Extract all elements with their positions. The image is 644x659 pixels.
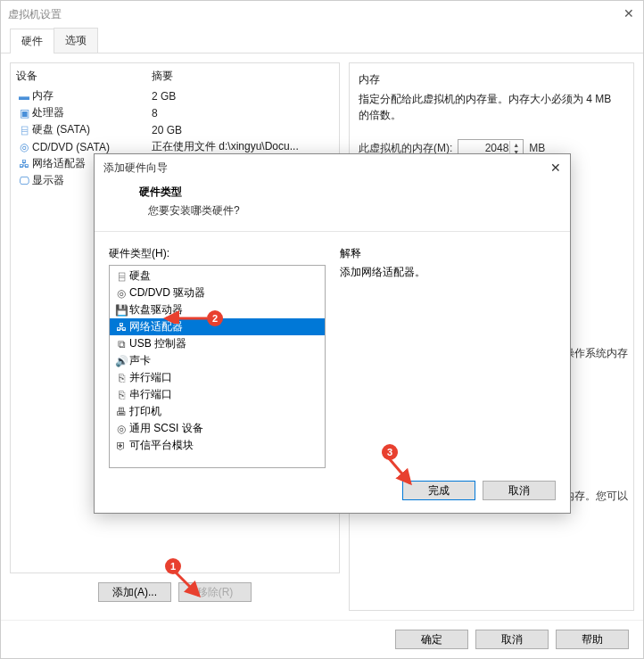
- col-summary: 摘要: [152, 69, 173, 84]
- dialog-close-icon[interactable]: ✕: [550, 161, 561, 175]
- dialog-cancel-button[interactable]: 取消: [483, 481, 556, 500]
- device-row[interactable]: ⌸硬盘 (SATA)20 GB: [11, 121, 339, 138]
- dialog-left: 硬件类型(H): ⌸硬盘◎CD/DVD 驱动器💾软盘驱动器🖧网络适配器⧉USB …: [109, 246, 326, 468]
- list-item[interactable]: 🖶打印机: [110, 403, 325, 420]
- hw-item-label: 声卡: [129, 353, 151, 368]
- annotation-arrow-2: [161, 306, 211, 324]
- device-row[interactable]: ▬内存2 GB: [11, 87, 339, 104]
- list-item[interactable]: ⛨可信平台模块: [110, 437, 325, 454]
- hw-question: 您要安装哪类硬件?: [139, 200, 570, 227]
- add-hardware-wizard: 添加硬件向导 ✕ 硬件类型 您要安装哪类硬件? 硬件类型(H): ⌸硬盘◎CD/…: [94, 153, 571, 514]
- list-item[interactable]: ⧉USB 控制器: [110, 335, 325, 352]
- list-item[interactable]: 🔊声卡: [110, 352, 325, 369]
- device-summary: 8: [152, 107, 334, 119]
- svg-line-0: [174, 571, 199, 596]
- dialog-prompt: 硬件类型 您要安装哪类硬件?: [95, 181, 570, 232]
- memory-value: 2048: [485, 142, 509, 154]
- dialog-right: 解释 添加网络适配器。: [340, 246, 557, 468]
- dialog-title: 添加硬件向导: [103, 161, 168, 176]
- list-item[interactable]: ⎘并行端口: [110, 369, 325, 386]
- hw-item-label: 通用 SCSI 设备: [129, 421, 203, 436]
- hw-item-icon: ⧉: [113, 338, 129, 350]
- hw-item-icon: ⎘: [113, 372, 129, 384]
- device-summary: 正在使用文件 d:\xingyu\Docu...: [152, 139, 334, 154]
- side-note-1: 操作系统内存: [564, 346, 628, 361]
- annotation-badge-2: 2: [207, 310, 223, 326]
- hw-item-icon: ◎: [113, 287, 129, 300]
- device-name: 处理器: [32, 105, 152, 120]
- list-item[interactable]: ⎘串行端口: [110, 386, 325, 403]
- col-device: 设备: [16, 69, 152, 84]
- window-title: 虚拟机设置: [8, 7, 62, 22]
- tab-hardware[interactable]: 硬件: [10, 29, 54, 54]
- device-icon: 🖧: [16, 158, 32, 170]
- up-arrow-icon[interactable]: ▲: [509, 141, 522, 148]
- hw-item-icon: 🖶: [113, 406, 129, 418]
- explain-text: 添加网络适配器。: [340, 265, 557, 280]
- device-name: 硬盘 (SATA): [32, 122, 152, 137]
- hw-item-label: 可信平台模块: [129, 438, 194, 453]
- hw-list-label: 硬件类型(H):: [109, 246, 326, 261]
- svg-line-2: [389, 458, 410, 483]
- memory-unit: MB: [529, 142, 545, 154]
- window-close-icon[interactable]: ✕: [623, 6, 634, 21]
- list-item[interactable]: ◎CD/DVD 驱动器: [110, 284, 325, 301]
- hw-item-icon: ◎: [113, 423, 129, 435]
- titlebar: 虚拟机设置 ✕: [1, 1, 643, 28]
- hw-listbox[interactable]: ⌸硬盘◎CD/DVD 驱动器💾软盘驱动器🖧网络适配器⧉USB 控制器🔊声卡⎘并行…: [109, 265, 326, 468]
- cancel-button[interactable]: 取消: [475, 630, 549, 649]
- help-button[interactable]: 帮助: [556, 630, 629, 649]
- memory-desc: 指定分配给此虚拟机的内存量。内存大小必须为 4 MB 的倍数。: [359, 91, 624, 123]
- device-icon: ▣: [16, 107, 32, 119]
- hw-type-heading: 硬件类型: [139, 185, 570, 200]
- list-item[interactable]: ◎通用 SCSI 设备: [110, 420, 325, 437]
- hw-item-label: 并行端口: [129, 370, 172, 385]
- hw-item-label: CD/DVD 驱动器: [129, 285, 205, 301]
- device-name: CD/DVD (SATA): [32, 141, 152, 153]
- annotation-arrow-1: [172, 569, 208, 605]
- memory-group-title: 内存: [359, 72, 624, 87]
- annotation-badge-3: 3: [382, 444, 398, 460]
- hw-item-icon: 🔊: [113, 355, 129, 367]
- annotation-badge-1: 1: [165, 558, 181, 574]
- hw-item-label: 串行端口: [129, 387, 172, 402]
- device-icon: 🖵: [16, 175, 32, 187]
- list-item[interactable]: ⌸硬盘: [110, 268, 325, 284]
- hw-item-label: 打印机: [129, 404, 161, 419]
- device-icon: ▬: [16, 90, 32, 103]
- hw-item-label: USB 控制器: [129, 336, 186, 351]
- device-row[interactable]: ▣处理器8: [11, 104, 339, 121]
- hw-item-label: 硬盘: [129, 268, 151, 284]
- ok-button[interactable]: 确定: [395, 630, 468, 649]
- hw-item-icon: ⛨: [113, 440, 129, 452]
- hw-item-icon: ⌸: [113, 270, 129, 283]
- device-name: 内存: [32, 88, 152, 103]
- device-summary: 20 GB: [152, 124, 334, 136]
- annotation-arrow-3: [384, 455, 419, 490]
- device-icon: ◎: [16, 141, 32, 153]
- hw-item-icon: 🖧: [113, 321, 129, 334]
- dialog-body: 硬件类型(H): ⌸硬盘◎CD/DVD 驱动器💾软盘驱动器🖧网络适配器⧉USB …: [95, 232, 570, 468]
- bottom-buttons: 确定 取消 帮助: [1, 620, 643, 658]
- device-icon: ⌸: [16, 124, 32, 136]
- dialog-buttons: 完成 取消: [95, 468, 570, 513]
- device-summary: 2 GB: [152, 90, 334, 103]
- dialog-titlebar: 添加硬件向导 ✕: [95, 154, 570, 181]
- hw-item-icon: ⎘: [113, 389, 129, 401]
- hw-item-icon: 💾: [113, 304, 129, 317]
- tabstrip: 硬件 选项: [1, 28, 643, 54]
- add-button[interactable]: 添加(A)...: [98, 582, 171, 602]
- explain-label: 解释: [340, 246, 557, 261]
- device-list-header: 设备 摘要: [11, 67, 339, 87]
- tab-options[interactable]: 选项: [54, 28, 98, 53]
